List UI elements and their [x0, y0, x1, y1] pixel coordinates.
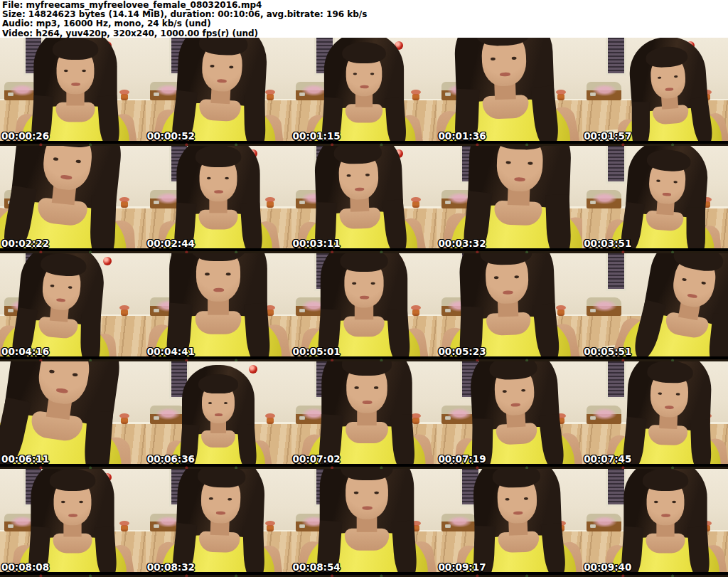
hair-lock-right — [243, 526, 266, 577]
person-mouth — [217, 79, 227, 83]
person-eye-left — [491, 57, 496, 60]
person-bangs — [643, 469, 688, 491]
wall-socket — [590, 92, 596, 96]
wall-socket — [445, 416, 451, 420]
potted-plant — [121, 309, 128, 316]
hair-lock-right — [82, 411, 113, 469]
person-mouth — [214, 190, 223, 193]
wall-socket — [590, 309, 596, 312]
person-mouth — [69, 514, 78, 517]
person-bangs — [342, 42, 386, 63]
video-frame-thumbnail: 00:01:36 — [437, 38, 582, 146]
hair-lock-right — [686, 208, 705, 253]
person-bangs — [340, 253, 387, 272]
person-mouth — [355, 188, 364, 191]
frame-bottom-strip — [437, 141, 582, 146]
person-eye-right — [370, 73, 375, 75]
timestamp-overlay: 00:00:26 — [1, 130, 49, 142]
person-eye-left — [654, 501, 658, 503]
person-eye-right — [82, 69, 87, 71]
person-eye-right — [226, 272, 231, 275]
video-frame-thumbnail: 00:05:23 — [437, 253, 582, 361]
timestamp-overlay: 00:01:15 — [293, 130, 341, 142]
thumbnail-grid: 00:00:26 00:00:52 — [0, 38, 728, 577]
video-frame-thumbnail: 00:05:01 — [291, 253, 437, 361]
person-eye-left — [50, 285, 54, 287]
person-eye-right — [514, 275, 519, 278]
frame-bottom-strip — [582, 356, 728, 361]
timestamp-overlay: 00:07:19 — [438, 453, 486, 465]
timestamp-overlay: 00:05:01 — [293, 346, 341, 357]
video-frame-thumbnail: 00:01:15 — [291, 38, 437, 146]
frame-bottom-strip — [437, 248, 582, 253]
hair-lock-right — [80, 314, 101, 361]
video-frame-thumbnail: 00:02:22 — [0, 146, 146, 254]
window-blinds — [606, 253, 626, 291]
person-mouth — [213, 288, 224, 292]
timestamp-overlay: 00:04:16 — [1, 346, 49, 357]
timestamp-overlay: 00:08:54 — [293, 561, 341, 573]
video-frame-thumbnail: 00:08:54 — [291, 469, 437, 577]
timestamp-overlay: 00:08:08 — [1, 561, 49, 573]
timestamp-overlay: 00:03:51 — [584, 238, 631, 249]
person-eye-right — [374, 492, 379, 494]
frame-bottom-strip — [146, 464, 291, 469]
timestamp-overlay: 00:00:52 — [147, 130, 195, 142]
person-eye-left — [352, 282, 356, 285]
frame-bottom-strip — [291, 248, 437, 253]
video-frame-thumbnail: 00:03:32 — [437, 146, 582, 254]
couch — [587, 297, 621, 316]
person-mouth — [514, 177, 525, 181]
person-eye-right — [229, 65, 233, 68]
video-frame-thumbnail: 00:00:26 — [0, 38, 146, 146]
metadata-line-audio: Audio: mp3, 16000 Hz, mono, 24 kb/s (und… — [2, 19, 728, 28]
video-frame-thumbnail: 00:05:51 — [582, 253, 728, 361]
person-eye-left — [494, 276, 499, 279]
person-mouth — [56, 298, 65, 302]
frame-bottom-strip — [437, 572, 582, 577]
wall-socket — [445, 524, 451, 528]
person-bangs — [53, 38, 98, 60]
frame-bottom-strip — [437, 464, 582, 469]
wall-socket — [590, 524, 596, 528]
frame-bottom-strip — [0, 464, 146, 469]
wall-socket — [8, 92, 14, 96]
timestamp-overlay: 00:06:36 — [147, 453, 195, 465]
wall-socket — [590, 416, 596, 420]
video-frame-thumbnail: 00:08:08 — [0, 469, 146, 577]
wall-socket — [590, 201, 596, 204]
timestamp-overlay: 00:05:23 — [438, 346, 486, 357]
person-mouth — [215, 413, 223, 416]
person-eye-left — [353, 73, 358, 75]
person-mouth — [513, 511, 523, 514]
frame-bottom-strip — [291, 464, 437, 469]
video-frame-thumbnail: 00:03:51 — [582, 146, 728, 254]
person-eye-left — [658, 76, 661, 79]
wall-socket — [154, 416, 159, 420]
person-eye-left — [64, 69, 68, 71]
person-eye-right — [674, 75, 678, 78]
timestamp-overlay: 00:08:32 — [147, 561, 195, 573]
frame-bottom-strip — [146, 141, 291, 146]
video-frame-thumbnail: 00:09:17 — [437, 469, 582, 577]
video-frame-thumbnail: 00:04:16 — [0, 253, 146, 361]
timestamp-overlay: 00:01:36 — [438, 130, 486, 142]
video-frame-thumbnail: 00:02:44 — [146, 146, 291, 254]
person-eye-left — [210, 65, 215, 68]
hair-lock-right — [545, 194, 572, 253]
video-frame-thumbnail: 00:03:11 — [291, 146, 437, 254]
person-mouth — [72, 83, 81, 85]
video-frame-thumbnail: 00:06:11 — [0, 361, 146, 470]
hair-lock-left — [632, 102, 650, 146]
person-mouth — [360, 85, 368, 88]
person-eye-right — [68, 286, 72, 289]
hair-lock-right — [89, 196, 116, 253]
person-mouth — [665, 88, 674, 90]
timestamp-overlay: 00:01:57 — [584, 130, 631, 142]
frame-bottom-strip — [146, 572, 291, 577]
frame-bottom-strip — [291, 356, 437, 361]
frame-bottom-strip — [0, 248, 146, 253]
frame-bottom-strip — [0, 356, 146, 361]
person-eye-right — [511, 56, 516, 59]
video-frame-thumbnail: 00:07:45 — [582, 361, 728, 470]
